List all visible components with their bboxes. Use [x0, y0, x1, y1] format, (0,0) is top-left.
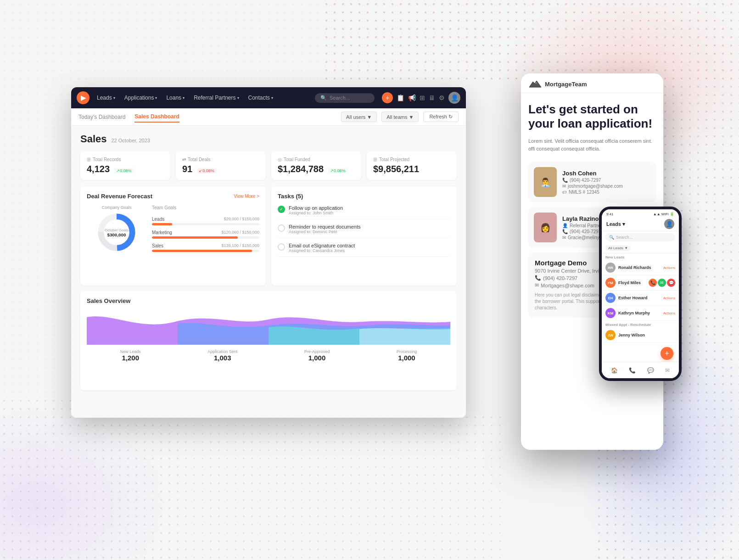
grid-icon[interactable]: ⊞	[420, 94, 425, 101]
goal-sales: Sales $139,100 / $150,000	[152, 243, 259, 252]
task-check-2[interactable]	[278, 224, 285, 232]
chevron-icon: ▾	[237, 96, 239, 100]
mobile-nav-title[interactable]: Leads ▾	[606, 221, 625, 227]
lead-item-kathryn[interactable]: KM Kathryn Murphy Actions	[602, 306, 679, 321]
sales-overview-card: Sales Overview	[80, 291, 457, 390]
tab-todays-dashboard[interactable]: Today's Dashboard	[78, 112, 125, 122]
josh-info: Josh Cohen 📞 (904) 420-7297 ✉ joshmortga…	[562, 170, 650, 195]
floyd-avatar: FM	[605, 278, 616, 288]
settings-icon[interactable]: ⚙	[439, 94, 445, 101]
esther-action[interactable]: Actions	[663, 296, 675, 300]
segment-application-sent: Application Sent 1,003	[207, 349, 237, 362]
tablet-nav: MortgageTeam	[521, 73, 663, 93]
total-deals-label: ⇄ Total Deals	[182, 157, 259, 162]
mobile-leads-list: New Leads RR Ronald Richards Actions FM …	[602, 253, 679, 343]
lead-item-ronald[interactable]: RR Ronald Richards Actions	[602, 260, 679, 275]
dashboard-content: Sales 22 October, 2023 ☰ Total Records 4…	[71, 126, 466, 418]
lead-item-floyd[interactable]: FM Floyd Miles 📞 ✉ 💬	[602, 275, 679, 291]
task-assign-2: Assigned to: Dominic Petri	[289, 230, 361, 234]
clipboard-icon[interactable]: 📋	[397, 94, 404, 101]
all-users-filter[interactable]: All users ▼	[341, 112, 377, 122]
view-more-link[interactable]: View More >	[234, 194, 259, 199]
add-button[interactable]: +	[382, 92, 393, 103]
tab-sales-dashboard[interactable]: Sales Dashboard	[134, 112, 179, 123]
deals-icon: ⇄	[182, 157, 186, 162]
total-funded-label: ◎ Total Funded	[278, 157, 355, 162]
all-teams-filter[interactable]: All teams ▼	[381, 112, 419, 122]
task-check-done: ✓	[278, 206, 285, 213]
mobile-avatar[interactable]: 👤	[664, 219, 674, 229]
chevron-icon: ▾	[155, 96, 157, 100]
ronald-avatar: RR	[605, 263, 616, 273]
nav-contacts[interactable]: Contacts ▾	[245, 93, 277, 103]
email-icon: ✉	[562, 235, 566, 240]
layla-avatar: 👩	[534, 213, 557, 242]
esther-name: Esther Howard	[618, 296, 661, 300]
refresh-button[interactable]: Refresh ↻	[423, 112, 459, 122]
announcement-icon[interactable]: 📢	[408, 94, 416, 101]
tablet-logo: MortgageTeam	[528, 79, 587, 89]
stat-total-records: ☰ Total Records 4,123 ↗0.08%	[80, 151, 170, 180]
phone-icon: 📞	[562, 229, 568, 234]
nav-search-bar: 🔍 Search...	[315, 93, 375, 103]
dashboard-date: 22 October, 2023	[112, 138, 150, 143]
nav-referral-partners[interactable]: Referral Partners ▾	[190, 93, 242, 103]
tablet-body-text: Lorem sint. Velit officia consequat offi…	[528, 137, 656, 152]
lead-item-jenny[interactable]: JW Jenny Wilson	[602, 328, 679, 343]
user-avatar[interactable]: 👤	[448, 92, 460, 104]
email-action-btn[interactable]: ✉	[658, 279, 666, 287]
mobile-bottom-bar: 🏠 📞 💬 ✉	[602, 362, 679, 378]
mobile-time: 9:41	[606, 212, 614, 216]
josh-email: ✉ joshmortgage@shape.com	[562, 184, 650, 189]
mobile-device: 9:41 ▲▲ WiFi 🔋 Leads ▾ 👤 🔍 Search... All…	[599, 207, 682, 381]
kathryn-action[interactable]: Actions	[663, 311, 675, 315]
tasks-card: Tasks (5) ✓ Follow up on application Ass…	[271, 186, 457, 286]
phone-icon[interactable]: 📞	[629, 367, 636, 374]
messages-icon[interactable]: 💬	[647, 367, 654, 374]
stats-row: ☰ Total Records 4,123 ↗0.08% ⇄ Total Dea…	[80, 151, 457, 180]
ronald-name: Ronald Richards	[618, 265, 661, 270]
task-item-2: Reminder to request documents Assigned t…	[278, 224, 450, 238]
mobile-status-bar: 9:41 ▲▲ WiFi 🔋	[602, 209, 679, 217]
josh-nmls: 🏷 NMLS # 12345	[562, 190, 650, 195]
mobile-filter-bar: All Leads ▼	[602, 243, 679, 253]
task-check-3[interactable]	[278, 243, 285, 251]
sub-nav-filters: All users ▼ All teams ▼ Refresh ↻	[341, 112, 459, 122]
person-icon: 👤	[562, 223, 568, 228]
mail-icon[interactable]: ✉	[665, 367, 670, 374]
ronald-action[interactable]: Actions	[663, 266, 675, 270]
missed-section-label: Missed Appt - Reschedule	[602, 321, 679, 328]
company-goals-label: Company Goals	[102, 205, 132, 210]
stat-total-funded: ◎ Total Funded $1,284,788 ↗0.08%	[271, 151, 361, 180]
task-item-3: Email out eSignature contract Assigned t…	[278, 243, 450, 257]
nav-applications[interactable]: Applications ▾	[121, 93, 161, 103]
svg-text:October Goals: October Goals	[105, 228, 129, 232]
sales-overview-title: Sales Overview	[87, 297, 450, 304]
total-records-change: ↗0.08%	[114, 168, 134, 174]
total-funded-change: ↗0.08%	[328, 168, 347, 174]
nav-leads[interactable]: Leads ▾	[93, 93, 119, 103]
jenny-avatar: JW	[605, 330, 616, 340]
total-records-label: ☰ Total Records	[87, 157, 164, 162]
tasks-title: Tasks (5)	[278, 193, 303, 200]
floyd-name: Floyd Miles	[618, 280, 646, 285]
deal-forecast-title: Deal Revenue Forecast	[87, 193, 152, 200]
home-icon[interactable]: 🏠	[611, 367, 618, 374]
logo-icon[interactable]: ▶	[77, 91, 90, 104]
phone-action-btn[interactable]: 📞	[649, 279, 657, 287]
stat-total-deals: ⇄ Total Deals 91 ↙0.08%	[176, 151, 266, 180]
projected-icon: ☰	[373, 157, 377, 162]
nav-items: Leads ▾ Applications ▾ Loans ▾ Referral …	[93, 93, 311, 103]
mobile-fab-button[interactable]: +	[661, 347, 673, 360]
email-icon: ✉	[562, 184, 566, 189]
message-action-btn[interactable]: 💬	[667, 279, 675, 287]
nav-loans[interactable]: Loans ▾	[162, 93, 188, 103]
task-assign-1: Assigned to: John Smith	[289, 211, 343, 215]
all-leads-filter[interactable]: All Leads ▼	[605, 245, 631, 251]
svg-text:$300,000: $300,000	[107, 232, 126, 237]
mobile-search[interactable]: 🔍 Search...	[605, 233, 675, 241]
mobile-signal-icons: ▲▲ WiFi 🔋	[653, 212, 674, 216]
lead-item-esther[interactable]: EH Esther Howard Actions	[602, 291, 679, 306]
screen-icon[interactable]: 🖥	[429, 94, 435, 101]
goal-marketing: Marketing $120,060 / $150,000	[152, 230, 259, 239]
